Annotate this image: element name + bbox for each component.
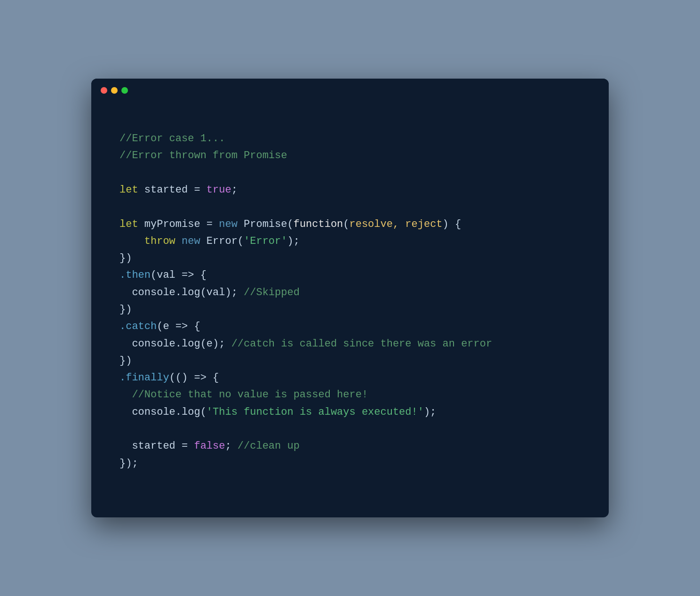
code-line-started-false: started = false; //clean up [119,440,300,452]
code-line-let-started: let started = true; [119,184,238,196]
code-line-close-then: }) [119,304,132,315]
code-line-finally-comment: //Notice that no value is passed here! [119,389,368,401]
code-window: //Error case 1... //Error thrown from Pr… [91,79,609,518]
code-line-close-catch: }) [119,355,132,367]
code-line-throw: throw new Error('Error'); [119,235,300,247]
code-line-catch-body: console.log(e); //catch is called since … [119,338,492,350]
maximize-dot[interactable] [121,87,128,94]
comment-line-2: //Error thrown from Promise [119,150,287,161]
code-editor: //Error case 1... //Error thrown from Pr… [91,99,609,518]
code-line-close-finally: }); [119,458,138,469]
code-line-catch: .catch(e => { [119,321,200,332]
code-line-let-promise: let myPromise = new Promise(function(res… [119,218,461,230]
title-bar [91,79,609,99]
comment-line-1: //Error case 1... [119,133,225,145]
code-line-then-body: console.log(val); //Skipped [119,287,300,298]
close-dot[interactable] [101,87,107,94]
code-line-then: .then(val => { [119,269,207,281]
code-line-close-promise: }) [119,252,132,264]
code-line-finally: .finally(() => { [119,372,219,384]
minimize-dot[interactable] [111,87,118,94]
code-line-finally-log: console.log('This function is always exe… [119,406,436,418]
